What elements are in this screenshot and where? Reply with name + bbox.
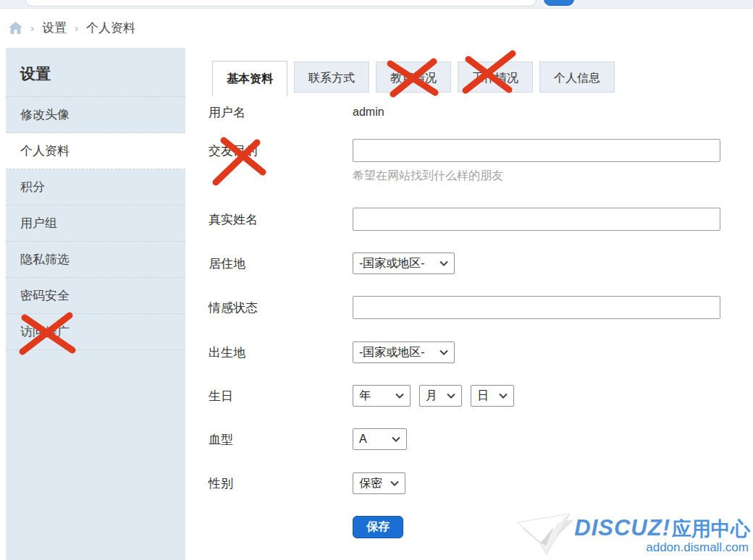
bloodtype-select-value: A (359, 433, 367, 446)
purpose-label: 交友目的 (209, 139, 353, 159)
birthday-year-value: 年 (359, 389, 371, 404)
residence-label: 居住地 (209, 255, 353, 272)
breadcrumb-separator: › (75, 22, 78, 34)
breadcrumb: › 设置 › 个人资料 (9, 20, 135, 36)
chevron-down-icon (499, 393, 508, 399)
form-row-birthday: 生日 年 月 日 (209, 385, 725, 407)
gender-select[interactable]: 保密 (353, 472, 405, 494)
breadcrumb-settings[interactable]: 设置 (42, 20, 67, 36)
save-button[interactable]: 保存 (353, 516, 403, 538)
birthday-label: 生日 (209, 388, 353, 404)
chevron-down-icon (392, 436, 400, 442)
form-row-realname: 真实姓名 (209, 208, 725, 231)
form-row-affective: 情感状态 (209, 296, 725, 319)
breadcrumb-profile: 个人资料 (86, 20, 135, 36)
topbar (0, 0, 753, 9)
sidebar-item-security[interactable]: 密码安全 (6, 278, 185, 314)
breadcrumb-separator: › (30, 22, 34, 34)
birthplace-select[interactable]: -国家或地区- (353, 341, 455, 363)
purpose-input[interactable] (353, 139, 720, 162)
sidebar-title: 设置 (6, 48, 185, 97)
search-input[interactable] (25, 0, 537, 7)
form-row-bloodtype: 血型 A (209, 428, 725, 450)
paper-plane-icon (515, 511, 573, 559)
chevron-down-icon (395, 393, 404, 399)
gender-label: 性别 (209, 475, 353, 492)
bloodtype-label: 血型 (209, 431, 353, 448)
sidebar-item-profile[interactable]: 个人资料 (6, 133, 185, 169)
profile-form: 用户名 admin 交友目的 希望在网站找到什么样的朋友 真实姓名 居住地 -国… (209, 101, 725, 538)
residence-select[interactable]: -国家或地区- (353, 253, 455, 274)
form-row-username: 用户名 admin (209, 101, 725, 123)
birthplace-select-value: -国家或地区- (359, 345, 425, 360)
tab-personal-info[interactable]: 个人信息 (539, 61, 615, 93)
home-icon[interactable] (9, 22, 22, 34)
form-row-residence: 居住地 -国家或地区- (209, 253, 725, 274)
affective-input[interactable] (353, 296, 720, 319)
watermark: DISCUZ! 应用中心 addon.dismall.com (515, 511, 750, 559)
username-value: admin (353, 106, 384, 119)
tab-work[interactable]: 工作情况 (458, 61, 533, 93)
bloodtype-select[interactable]: A (353, 428, 407, 450)
sidebar-item-usergroup[interactable]: 用户组 (6, 205, 185, 242)
chevron-down-icon (447, 393, 455, 399)
tab-contact[interactable]: 联系方式 (294, 61, 369, 93)
settings-page: › 设置 › 个人资料 设置 修改头像 个人资料 积分 用户组 隐私筛选 密码安… (0, 0, 753, 560)
sidebar-item-avatar[interactable]: 修改头像 (6, 97, 185, 133)
birthday-day-select[interactable]: 日 (471, 385, 514, 407)
tab-bar: 基本资料 联系方式 教育情况 工作情况 个人信息 (212, 61, 621, 96)
form-row-purpose: 交友目的 希望在网站找到什么样的朋友 (209, 139, 725, 184)
watermark-brand: DISCUZ! (574, 515, 670, 541)
chevron-down-icon (439, 349, 448, 355)
watermark-suffix: 应用中心 (672, 516, 750, 542)
sidebar-item-privacy[interactable]: 隐私筛选 (6, 242, 185, 278)
birthday-day-value: 日 (477, 389, 489, 404)
realname-label: 真实姓名 (209, 211, 353, 228)
purpose-hint: 希望在网站找到什么样的朋友 (353, 169, 720, 184)
form-row-birthplace: 出生地 -国家或地区- (209, 341, 725, 363)
residence-select-value: -国家或地区- (359, 256, 425, 271)
birthday-month-value: 月 (426, 389, 437, 404)
tab-basic-info[interactable]: 基本资料 (212, 61, 287, 96)
chevron-down-icon (390, 480, 399, 486)
watermark-domain: addon.dismall.com (646, 540, 749, 555)
birthday-year-select[interactable]: 年 (353, 385, 411, 407)
form-row-gender: 性别 保密 (209, 472, 725, 494)
username-label: 用户名 (209, 104, 353, 121)
chevron-down-icon (439, 260, 448, 266)
sidebar: 设置 修改头像 个人资料 积分 用户组 隐私筛选 密码安全 访问推广 (6, 48, 185, 560)
birthday-month-select[interactable]: 月 (419, 385, 462, 407)
sidebar-item-credits[interactable]: 积分 (6, 169, 185, 205)
birthplace-label: 出生地 (209, 344, 353, 361)
tab-education[interactable]: 教育情况 (376, 61, 451, 93)
sidebar-item-promotion[interactable]: 访问推广 (6, 314, 185, 350)
realname-input[interactable] (353, 208, 720, 231)
affective-label: 情感状态 (209, 300, 353, 316)
search-button[interactable] (544, 0, 574, 6)
gender-select-value: 保密 (359, 476, 382, 491)
